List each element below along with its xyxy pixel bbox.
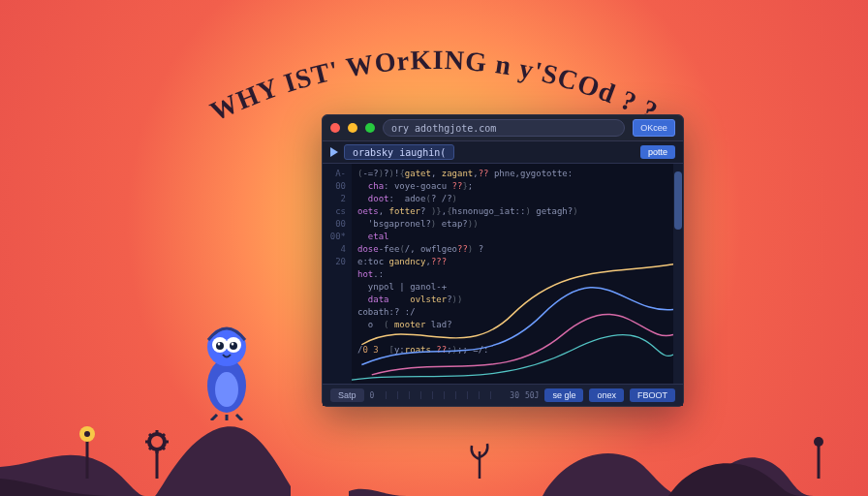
ruler-tick-right: 50J <box>525 391 539 400</box>
code-lines: (-=?)?)!{gatet, zagant,?? phne,gygototte… <box>357 168 667 356</box>
svg-line-21 <box>163 448 165 450</box>
minimize-icon[interactable] <box>348 123 357 133</box>
line-number: A- <box>325 168 350 180</box>
line-number: 00* <box>325 231 350 243</box>
line-number: 4 <box>325 243 350 256</box>
flower-1 <box>68 424 107 479</box>
svg-point-2 <box>207 327 246 366</box>
window-footer: Satp 0 30 50J se gle onex FBOOT <box>323 384 683 406</box>
file-tab[interactable]: orabsky iaughin( <box>344 144 454 160</box>
ruler-tick-mid: 30 <box>510 391 519 400</box>
line-number: cs <box>325 205 350 218</box>
sprout-1 <box>465 440 494 479</box>
scrollbar-thumb[interactable] <box>674 171 682 230</box>
bird-mascot <box>194 314 264 420</box>
svg-point-3 <box>212 337 228 353</box>
play-icon[interactable] <box>330 147 338 157</box>
code-window: ory adothgjote.com OKcee orabsky iaughin… <box>322 114 684 407</box>
svg-point-0 <box>207 358 246 413</box>
footer-status[interactable]: Satp <box>330 388 364 402</box>
svg-point-8 <box>232 342 234 345</box>
svg-line-19 <box>163 434 165 436</box>
svg-point-6 <box>230 342 237 350</box>
subtab[interactable]: potte <box>640 145 675 159</box>
footer-button-2[interactable]: onex <box>589 388 624 402</box>
footer-button-1[interactable]: se gle <box>544 388 583 402</box>
gear-icon <box>136 428 178 479</box>
svg-point-4 <box>226 337 241 353</box>
svg-point-5 <box>216 342 224 350</box>
svg-line-18 <box>149 434 151 436</box>
close-icon[interactable] <box>330 123 340 133</box>
footer-ruler <box>386 391 498 399</box>
line-number: 2 <box>325 193 350 205</box>
maximize-icon[interactable] <box>365 123 375 133</box>
svg-point-7 <box>218 342 221 345</box>
window-titlebar: ory adothgjote.com OKcee <box>323 115 683 141</box>
scrollbar[interactable] <box>673 164 683 387</box>
svg-point-13 <box>149 434 165 450</box>
line-number: 20 <box>325 256 350 268</box>
editor-pane: A-002cs0000*420 (-=?)?)!{gatet, zagant,?… <box>323 164 683 387</box>
svg-point-11 <box>84 431 90 437</box>
ruler-tick-0: 0 <box>370 391 375 400</box>
line-number: 00 <box>325 180 350 193</box>
stage: WHY IST' WOrKING n y'SCOd ? ? ory adothg… <box>0 0 868 496</box>
editor-toolbar: orabsky iaughin( potte <box>323 141 683 164</box>
address-bar[interactable]: ory adothgjote.com <box>383 119 625 137</box>
footer-button-3[interactable]: FBOOT <box>630 388 675 402</box>
line-number: 00 <box>325 218 350 231</box>
svg-point-22 <box>814 437 823 447</box>
line-gutter: A-002cs0000*420 <box>323 164 352 387</box>
sprout-2 <box>804 434 833 479</box>
svg-point-1 <box>215 372 238 407</box>
titlebar-button[interactable]: OKcee <box>633 119 675 137</box>
code-area[interactable]: (-=?)?)!{gatet, zagant,?? phne,gygototte… <box>352 164 673 387</box>
svg-line-20 <box>149 448 151 450</box>
